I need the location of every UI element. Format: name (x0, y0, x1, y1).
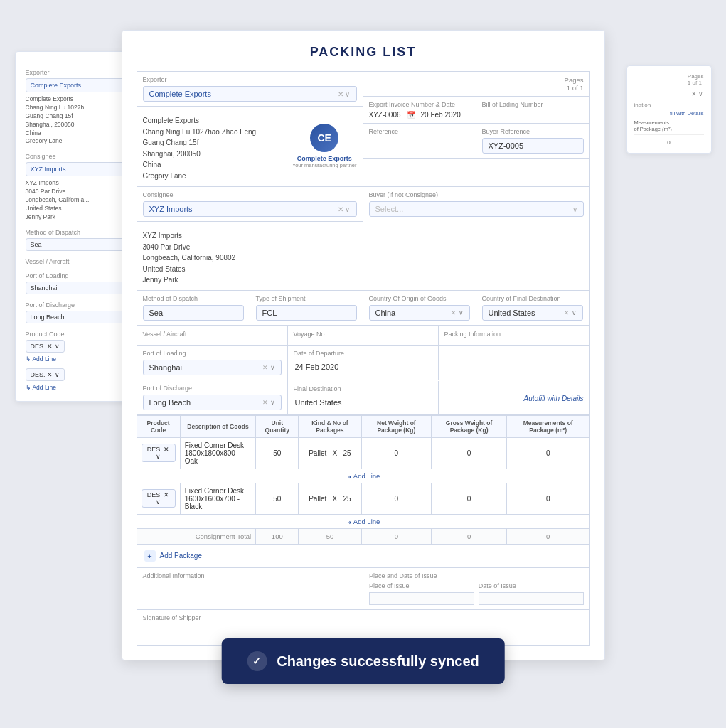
row1-net: 0 (361, 437, 432, 469)
port-loading-val[interactable]: Shanghai ✕∨ (143, 360, 282, 375)
row1-desc: Fixed Corner Desk1800x1800x800 - Oak (180, 437, 256, 469)
add-line-row-2[interactable]: ↳ Add Line (137, 514, 589, 528)
final-dest-label: Final Destination (294, 385, 432, 392)
departure-cell: Date of Departure 24 Feb 2020 (288, 346, 439, 380)
consignment-label: Consignment Total (137, 528, 256, 544)
th-product-code: Product Code (137, 415, 180, 437)
exporter-icons: ✕ ∨ (338, 90, 351, 98)
row2-kind: Pallet X 25 (299, 483, 361, 514)
add-line-row-1[interactable]: ↳ Add Line (137, 469, 589, 483)
bg-add-line[interactable]: ↳ Add Line (26, 355, 132, 363)
exporter-address: Complete Exports Chang Ning Lu 1027hao Z… (137, 107, 287, 186)
bg-right-select: ✕ ∨ (634, 90, 704, 97)
bg-second-product: DES. ✕ ∨ ↳ Add Line (26, 368, 132, 391)
exporter-label: Exporter (143, 76, 357, 83)
destination-val[interactable]: United States ✕∨ (482, 305, 583, 321)
place-issue-sub: Place of Issue (369, 582, 474, 605)
buyer-chevron: ∨ (572, 205, 577, 213)
packing-info-label: Packing Information (444, 331, 584, 338)
buyer-reference-section: Buyer Reference XYZ-0005 (476, 124, 589, 158)
row1-code: DES. ✕ ∨ (137, 437, 180, 469)
voyage-cell: Voyage No (288, 326, 439, 345)
row2-desc: Fixed Corner Desk1600x1600x700 - Black (180, 483, 256, 514)
vessel-cell: Vessel / Aircraft (137, 326, 288, 345)
add-package-label: Add Package (160, 552, 203, 560)
invoice-section: Export Invoice Number & Date XYZ-0006 📅 … (363, 97, 476, 123)
page-container: Exporter Complete Exports Complete Expor… (15, 23, 712, 705)
signature-label: Signature of Shipper (143, 614, 358, 621)
place-date-label: Place and Date of Issue (369, 572, 584, 579)
exporter-address-text: Complete Exports Chang Ning Lu 1027hao Z… (143, 115, 281, 181)
bg-product-tag2: DES. ✕ ∨ (26, 368, 65, 381)
voyage-label: Voyage No (294, 331, 432, 338)
products-table: Product Code Description of Goods Unit Q… (137, 415, 590, 545)
port-discharge-val[interactable]: Long Beach ✕∨ (143, 395, 282, 410)
shipment-type-val[interactable]: FCL (256, 305, 357, 321)
bg-consignee-label: Consignee (26, 153, 132, 160)
origin-val[interactable]: China ✕∨ (369, 305, 470, 321)
port-discharge-cell: Port of Discharge Long Beach ✕∨ (137, 380, 288, 414)
date-issue-val (479, 592, 584, 605)
reference-section: Reference (363, 124, 476, 158)
exporter-section: Exporter Complete Exports ✕ ∨ (137, 72, 363, 107)
final-dest-val: United States (294, 395, 432, 410)
method-dispatch-cell: Method of Dispatch Sea (137, 291, 250, 326)
bg-vessel-label: Vessel / Aircraft (26, 258, 132, 265)
consignee-label: Consignee (143, 191, 357, 198)
logo-name: Complete Exports (297, 155, 352, 162)
row2-qty: 50 (256, 483, 299, 514)
bg-consignee-field: XYZ Imports (26, 162, 132, 176)
pages-info: Pages 1 of 1 (565, 76, 584, 92)
row1-gross: 0 (432, 437, 507, 469)
origin-icons: ✕∨ (451, 309, 464, 316)
port-loading-label: Port of Loading (143, 350, 282, 357)
buyer-select[interactable]: Select... ∨ (369, 201, 584, 217)
row2-net: 0 (361, 483, 432, 514)
port-discharge-label: Port of Discharge (143, 385, 282, 392)
final-dest-cell: Final Destination United States (288, 381, 439, 414)
method-dispatch-val[interactable]: Sea (143, 305, 244, 321)
consignment-net: 0 (361, 528, 432, 544)
exporter-select[interactable]: Complete Exports ✕ ∨ (143, 86, 357, 102)
consignee-icons: ✕ ∨ (338, 205, 351, 213)
buyer-section: Buyer (If not Consignee) Select... ∨ (363, 187, 589, 290)
table-header-row: Product Code Description of Goods Unit Q… (137, 415, 589, 437)
place-date-cell: Place and Date of Issue Place of Issue D… (363, 568, 590, 610)
exporter-selected: Complete Exports (149, 90, 211, 98)
exporter-logo: CE Complete Exports Your manufacturing p… (287, 107, 363, 186)
port-loading-cell: Port of Loading Shanghai ✕∨ (137, 346, 288, 380)
bg-port-label: Port of Loading (26, 272, 132, 279)
origin-label: Country Of Origin of Goods (369, 295, 470, 302)
row1-code-tag[interactable]: DES. ✕ ∨ (142, 444, 176, 462)
pages-label: Pages (565, 76, 584, 84)
row2-code: DES. ✕ ∨ (137, 483, 180, 514)
consignment-meas: 0 (507, 528, 590, 544)
consignee-section: Consignee XYZ Imports ✕ ∨ (137, 187, 363, 222)
add-package-row[interactable]: + Add Package (137, 545, 590, 568)
invoice-row: XYZ-0006 📅 20 Feb 2020 (369, 111, 470, 119)
bg-discharge-label: Port of Discharge (26, 301, 132, 309)
row2-code-tag[interactable]: DES. ✕ ∨ (142, 489, 176, 508)
table-row: DES. ✕ ∨ Fixed Corner Desk1800x1800x800 … (137, 437, 589, 469)
bg-exporter-address: Complete Exports Chang Ning Lu 1027h... … (26, 95, 132, 146)
consignment-pkg: 50 (299, 528, 361, 544)
buyer-label: Buyer (If not Consignee) (369, 191, 584, 198)
date-issue-sub: Date of Issue (479, 582, 584, 605)
port-loading-icons: ✕∨ (262, 364, 275, 371)
consignee-selected: XYZ Imports (149, 205, 193, 213)
invoice-number: XYZ-0006 (369, 111, 401, 119)
bill-lading-section: Bill of Lading Number (476, 97, 589, 123)
bg-right-autofill: fill with Details (634, 110, 704, 117)
consignee-select[interactable]: XYZ Imports ✕ ∨ (143, 201, 357, 217)
bg-add-line2[interactable]: ↳ Add Line (26, 384, 132, 391)
autofill-button[interactable]: Autofill with Details (524, 395, 584, 402)
bg-product-label: Product Code (26, 331, 132, 338)
bg-exporter-label: Exporter (26, 69, 132, 76)
add-line-2[interactable]: ↳ Add Line (137, 514, 589, 528)
bg-port-val: Shanghai (26, 282, 132, 294)
add-line-1[interactable]: ↳ Add Line (137, 469, 589, 483)
th-net-weight: Net Weight of Package (Kg) (361, 415, 432, 437)
packing-cell-empty (439, 346, 589, 380)
pages-section: Pages 1 of 1 (363, 72, 589, 97)
method-dispatch-label: Method of Dispatch (143, 295, 244, 302)
